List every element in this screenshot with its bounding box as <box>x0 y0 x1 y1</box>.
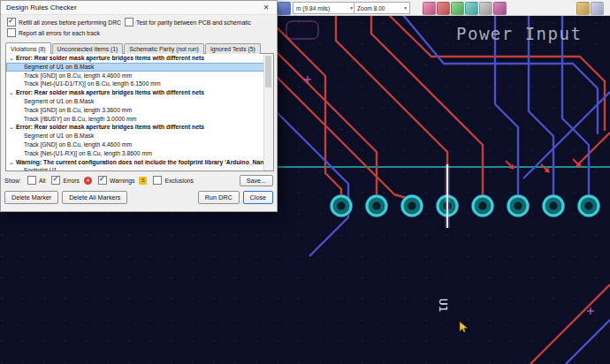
chevron-down-icon <box>350 5 353 11</box>
violation-item[interactable]: Track [Net-(U1-RX)] on B.Cu, length 3.86… <box>6 149 264 158</box>
violations-tree[interactable]: Error: Rear solder mask aperture bridges… <box>6 54 264 171</box>
save-button[interactable]: Save... <box>240 175 273 186</box>
tab-unconnected-items[interactable]: Unconnected Items (1) <box>52 43 124 54</box>
dialog-titlebar[interactable]: Design Rules Checker <box>1 1 277 15</box>
pad[interactable] <box>577 194 600 217</box>
filter-exclusions-checkbox[interactable]: Exclusions <box>153 176 194 185</box>
toolbar-icon[interactable] <box>493 2 507 15</box>
violation-item[interactable]: Track [GND] on B.Cu, length 4.4600 mm <box>6 140 264 149</box>
pad[interactable] <box>471 194 494 217</box>
refill-zones-checkbox[interactable]: Refill all zones before performing DRC <box>7 18 121 27</box>
tab-ignored-tests[interactable]: Ignored Tests (5) <box>205 43 261 54</box>
toolbar-icon[interactable] <box>465 2 478 15</box>
dialog-title: Design Rules Checker <box>6 4 77 11</box>
filter-row: Show: All Errors 4 Warnings 5 Exclusions… <box>4 174 273 186</box>
checkbox-box <box>51 176 60 185</box>
schematic-parity-checkbox[interactable]: Test for parity between PCB and schemati… <box>125 18 251 27</box>
checkbox-label: Warnings <box>110 178 134 184</box>
checkbox-box <box>27 176 36 185</box>
track-width-value: m (9.84 mils) <box>296 5 330 11</box>
tab-schematic-parity[interactable]: Schematic Parity (not run) <box>124 43 204 54</box>
violation-item[interactable]: Segment of U1 on B.Mask <box>6 97 264 106</box>
drc-tabs: Violations (8) Unconnected Items (1) Sch… <box>5 41 262 54</box>
violation-item[interactable]: Segment of U1 on B.Mask <box>6 132 264 140</box>
checkbox-box <box>153 176 162 185</box>
pad[interactable] <box>542 194 565 217</box>
violation-header[interactable]: Error: Rear solder mask aperture bridges… <box>6 88 264 97</box>
component-ref-u1[interactable]: U1 <box>437 299 450 313</box>
toolbar-icon[interactable] <box>591 2 604 15</box>
chevron-down-icon <box>404 5 407 11</box>
silkscreen-text-power-input[interactable]: Power Input <box>456 24 582 43</box>
pad[interactable] <box>400 194 423 217</box>
violation-item[interactable]: Track [/BUSY] on B.Cu, length 3.0000 mm <box>6 115 264 124</box>
zoom-value: Zoom 8.00 <box>357 5 385 11</box>
drc-dialog: Design Rules Checker Refill all zones be… <box>0 0 278 212</box>
checkbox-label: All <box>39 178 46 184</box>
violation-item[interactable]: Track [GND] on B.Cu, length 4.4600 mm <box>6 72 264 80</box>
report-all-errors-checkbox[interactable]: Report all errors for each track <box>7 28 100 37</box>
checkbox-box <box>98 176 107 185</box>
scrollbar[interactable] <box>263 54 273 171</box>
track-width-select[interactable]: m (9.84 mils) <box>293 2 356 14</box>
filter-errors-checkbox[interactable]: Errors 4 <box>51 176 92 185</box>
toolbar-icon[interactable] <box>423 2 436 15</box>
violations-list: Error: Rear solder mask aperture bridges… <box>5 53 274 171</box>
checkbox-label: Test for parity between PCB and schemati… <box>136 19 251 26</box>
violation-item[interactable]: Track [GND] on B.Cu, length 3.3600 mm <box>6 106 264 115</box>
violation-header[interactable]: Error: Rear solder mask aperture bridges… <box>6 54 264 63</box>
filter-all-checkbox[interactable]: All <box>27 176 46 185</box>
checkbox-box <box>125 18 133 27</box>
close-button[interactable]: Close <box>243 191 273 204</box>
warnings-count-badge: 5 <box>139 177 147 185</box>
checkbox-box <box>7 28 16 37</box>
close-icon[interactable] <box>255 1 277 14</box>
scrollbar-thumb[interactable] <box>265 56 271 87</box>
show-label: Show: <box>4 178 21 184</box>
violation-item[interactable]: Segment of U1 on B.Mask <box>6 63 264 72</box>
checkbox-label: Report all errors for each track <box>19 30 100 36</box>
checkbox-box <box>7 18 16 27</box>
pad[interactable] <box>507 194 530 217</box>
checkbox-label: Refill all zones before performing DRC <box>19 19 121 26</box>
violation-item[interactable]: Footprint U1 <box>6 166 264 171</box>
pad[interactable] <box>330 194 353 217</box>
checkbox-label: Errors <box>63 178 80 184</box>
toolbar-icon[interactable] <box>576 2 590 15</box>
toolbar-icon[interactable] <box>278 2 291 15</box>
filter-warnings-checkbox[interactable]: Warnings 5 <box>98 176 147 185</box>
toolbar-icon[interactable] <box>437 2 450 15</box>
run-drc-button[interactable]: Run DRC <box>198 191 240 204</box>
violation-item[interactable]: Track [Net-(U1-D1/TX)] on B.Cu, length 6… <box>6 80 264 88</box>
violation-header[interactable]: Error: Rear solder mask aperture bridges… <box>6 123 264 132</box>
delete-marker-button[interactable]: Delete Marker <box>4 191 58 204</box>
dialog-buttons: Delete Marker Delete All Markers Run DRC… <box>4 190 273 204</box>
violation-header[interactable]: Warning: The current configuration does … <box>6 158 264 167</box>
checkbox-label: Exclusions <box>164 178 194 184</box>
pad[interactable] <box>365 194 388 217</box>
toolbar-icon[interactable] <box>451 2 464 15</box>
zoom-select[interactable]: Zoom 8.00 <box>354 2 410 14</box>
tab-violations[interactable]: Violations (8) <box>5 42 51 54</box>
errors-count-badge: 4 <box>84 177 92 185</box>
delete-all-markers-button[interactable]: Delete All Markers <box>62 191 127 204</box>
kicad-window: Power Input U1 m (9.84 mils) Zoom 8.00 D… <box>0 0 610 364</box>
toolbar-icon[interactable] <box>479 2 492 15</box>
